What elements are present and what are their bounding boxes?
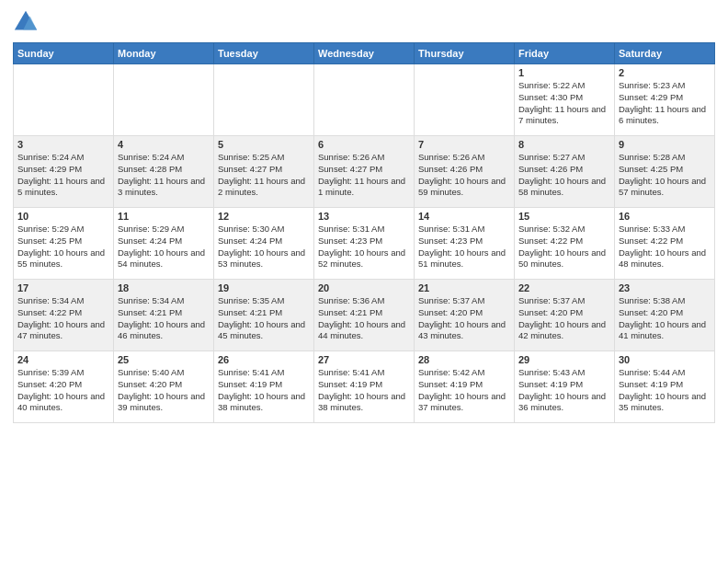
day-number: 23	[619, 282, 711, 293]
day-content: Sunset: 4:21 PM	[118, 307, 210, 319]
day-content: Daylight: 10 hours and 54 minutes.	[118, 247, 210, 271]
day-number: 3	[17, 139, 109, 150]
day-content: Daylight: 10 hours and 38 minutes.	[218, 391, 310, 415]
day-content: Sunrise: 5:43 AM	[518, 367, 610, 379]
calendar-table: SundayMondayTuesdayWednesdayThursdayFrid…	[13, 42, 715, 423]
day-number: 20	[318, 282, 410, 293]
page-container: SundayMondayTuesdayWednesdayThursdayFrid…	[0, 0, 728, 563]
day-number: 10	[17, 211, 109, 222]
calendar-cell: 5Sunrise: 5:25 AMSunset: 4:27 PMDaylight…	[214, 136, 314, 208]
day-content: Sunrise: 5:25 AM	[218, 152, 310, 164]
day-content: Daylight: 11 hours and 5 minutes.	[17, 176, 109, 200]
day-content: Sunrise: 5:30 AM	[218, 224, 310, 236]
calendar-cell: 23Sunrise: 5:38 AMSunset: 4:20 PMDayligh…	[615, 280, 715, 351]
day-content: Sunset: 4:20 PM	[418, 307, 510, 319]
day-content: Sunrise: 5:24 AM	[17, 152, 109, 164]
weekday-header: Saturday	[615, 43, 715, 64]
day-content: Sunrise: 5:31 AM	[418, 224, 510, 236]
day-content: Daylight: 10 hours and 41 minutes.	[619, 319, 711, 343]
weekday-header: Wednesday	[314, 43, 415, 64]
calendar-cell: 9Sunrise: 5:28 AMSunset: 4:25 PMDaylight…	[615, 136, 715, 208]
calendar-cell: 24Sunrise: 5:39 AMSunset: 4:20 PMDayligh…	[14, 351, 114, 423]
day-content: Sunset: 4:20 PM	[518, 307, 610, 319]
day-content: Sunset: 4:29 PM	[17, 164, 109, 176]
day-content: Daylight: 10 hours and 47 minutes.	[17, 319, 109, 343]
day-content: Sunset: 4:24 PM	[218, 236, 310, 247]
day-content: Sunrise: 5:28 AM	[619, 152, 711, 164]
day-content: Sunset: 4:22 PM	[619, 236, 711, 247]
day-content: Daylight: 10 hours and 50 minutes.	[518, 247, 610, 271]
day-content: Sunrise: 5:40 AM	[118, 367, 210, 379]
day-number: 12	[218, 211, 310, 222]
calendar-cell: 20Sunrise: 5:36 AMSunset: 4:21 PMDayligh…	[314, 280, 415, 351]
day-content: Daylight: 10 hours and 40 minutes.	[17, 391, 109, 415]
calendar-cell: 25Sunrise: 5:40 AMSunset: 4:20 PMDayligh…	[114, 351, 214, 423]
day-content: Sunset: 4:22 PM	[17, 307, 109, 319]
day-content: Sunrise: 5:26 AM	[418, 152, 510, 164]
calendar-cell: 1Sunrise: 5:22 AMSunset: 4:30 PMDaylight…	[515, 64, 615, 136]
calendar-cell: 30Sunrise: 5:44 AMSunset: 4:19 PMDayligh…	[615, 351, 715, 423]
day-content: Sunrise: 5:35 AM	[218, 295, 310, 307]
day-content: Sunrise: 5:26 AM	[318, 152, 410, 164]
day-number: 8	[518, 139, 610, 150]
day-number: 28	[418, 354, 510, 365]
calendar-cell: 19Sunrise: 5:35 AMSunset: 4:21 PMDayligh…	[214, 280, 314, 351]
day-content: Sunrise: 5:39 AM	[17, 367, 109, 379]
day-content: Sunrise: 5:29 AM	[118, 224, 210, 236]
day-number: 22	[518, 282, 610, 293]
day-content: Sunrise: 5:34 AM	[17, 295, 109, 307]
day-content: Daylight: 10 hours and 35 minutes.	[619, 391, 711, 415]
day-content: Daylight: 10 hours and 43 minutes.	[418, 319, 510, 343]
day-number: 11	[118, 211, 210, 222]
day-content: Sunset: 4:19 PM	[619, 379, 711, 391]
day-number: 1	[518, 67, 610, 78]
calendar-cell	[114, 64, 214, 136]
day-content: Daylight: 10 hours and 38 minutes.	[318, 391, 410, 415]
calendar-cell: 7Sunrise: 5:26 AMSunset: 4:26 PMDaylight…	[415, 136, 515, 208]
day-content: Sunset: 4:22 PM	[518, 236, 610, 247]
day-content: Sunset: 4:23 PM	[418, 236, 510, 247]
day-number: 19	[218, 282, 310, 293]
weekday-header: Sunday	[14, 43, 114, 64]
day-content: Sunrise: 5:31 AM	[318, 224, 410, 236]
day-content: Daylight: 10 hours and 57 minutes.	[619, 176, 711, 200]
calendar-week-row: 1Sunrise: 5:22 AMSunset: 4:30 PMDaylight…	[14, 64, 715, 136]
calendar-week-row: 10Sunrise: 5:29 AMSunset: 4:25 PMDayligh…	[14, 208, 715, 280]
day-content: Daylight: 10 hours and 45 minutes.	[218, 319, 310, 343]
day-content: Sunrise: 5:41 AM	[318, 367, 410, 379]
day-content: Sunset: 4:28 PM	[118, 164, 210, 176]
calendar-cell: 29Sunrise: 5:43 AMSunset: 4:19 PMDayligh…	[515, 351, 615, 423]
day-number: 30	[619, 354, 711, 365]
calendar-cell	[214, 64, 314, 136]
day-content: Daylight: 10 hours and 48 minutes.	[619, 247, 711, 271]
day-content: Daylight: 10 hours and 46 minutes.	[118, 319, 210, 343]
calendar-cell: 16Sunrise: 5:33 AMSunset: 4:22 PMDayligh…	[615, 208, 715, 280]
day-number: 24	[17, 354, 109, 365]
day-content: Sunset: 4:27 PM	[318, 164, 410, 176]
day-number: 6	[318, 139, 410, 150]
calendar-cell: 6Sunrise: 5:26 AMSunset: 4:27 PMDaylight…	[314, 136, 415, 208]
logo	[13, 9, 42, 35]
day-number: 14	[418, 211, 510, 222]
calendar-header-row: SundayMondayTuesdayWednesdayThursdayFrid…	[14, 43, 715, 64]
day-content: Daylight: 10 hours and 37 minutes.	[418, 391, 510, 415]
calendar-cell: 18Sunrise: 5:34 AMSunset: 4:21 PMDayligh…	[114, 280, 214, 351]
day-number: 15	[518, 211, 610, 222]
day-number: 2	[619, 67, 711, 78]
calendar-cell: 15Sunrise: 5:32 AMSunset: 4:22 PMDayligh…	[515, 208, 615, 280]
day-content: Sunset: 4:20 PM	[17, 379, 109, 391]
day-content: Daylight: 10 hours and 36 minutes.	[518, 391, 610, 415]
day-content: Sunset: 4:19 PM	[318, 379, 410, 391]
calendar-week-row: 24Sunrise: 5:39 AMSunset: 4:20 PMDayligh…	[14, 351, 715, 423]
day-content: Sunrise: 5:37 AM	[418, 295, 510, 307]
day-content: Sunset: 4:25 PM	[619, 164, 711, 176]
calendar-cell: 12Sunrise: 5:30 AMSunset: 4:24 PMDayligh…	[214, 208, 314, 280]
day-content: Sunrise: 5:37 AM	[518, 295, 610, 307]
day-content: Sunset: 4:19 PM	[418, 379, 510, 391]
day-number: 7	[418, 139, 510, 150]
day-number: 9	[619, 139, 711, 150]
calendar-cell: 4Sunrise: 5:24 AMSunset: 4:28 PMDaylight…	[114, 136, 214, 208]
calendar-cell	[14, 64, 114, 136]
calendar-cell: 14Sunrise: 5:31 AMSunset: 4:23 PMDayligh…	[415, 208, 515, 280]
day-content: Sunset: 4:24 PM	[118, 236, 210, 247]
